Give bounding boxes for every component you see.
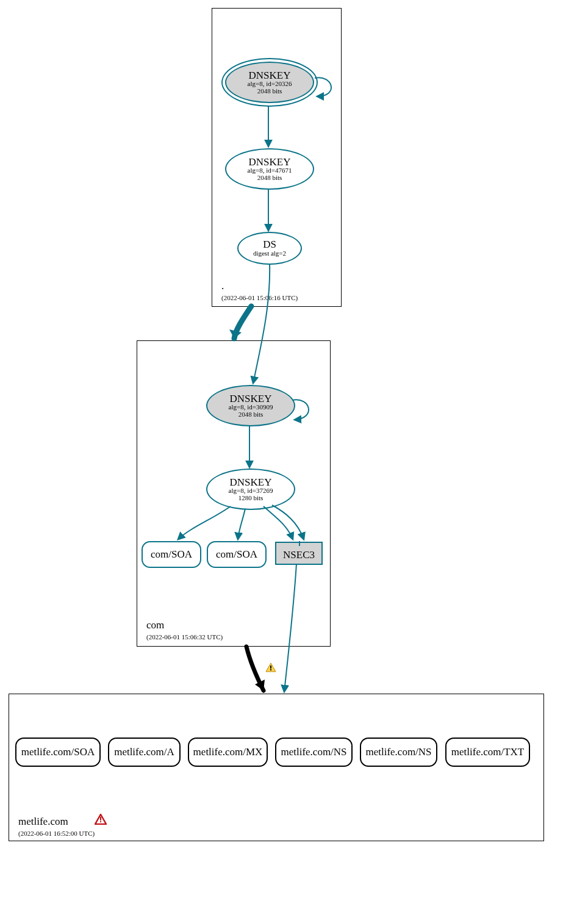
zone-leaf-name: metlife.com <box>18 816 68 828</box>
root-ds-sub1: digest alg=2 <box>253 250 286 257</box>
svg-marker-0 <box>266 663 276 672</box>
root-ksk-sub2: 2048 bits <box>257 88 282 95</box>
com-zsk-sub2: 1280 bits <box>238 495 264 502</box>
edge-com-leaf-deleg <box>246 647 264 691</box>
zone-leaf-ts: (2022-06-01 16:52:00 UTC) <box>18 830 95 837</box>
com-nsec3-label: NSEC3 <box>283 549 315 561</box>
com-nsec3[interactable]: NSEC3 <box>275 545 323 565</box>
zone-root-name: . <box>221 280 224 292</box>
zone-root-ts: (2022-06-01 15:06:16 UTC) <box>221 294 298 301</box>
com-soa-1-label: com/SOA <box>151 548 192 561</box>
leaf-ns1[interactable]: metlife.com/NS <box>275 738 353 767</box>
com-zsk[interactable]: DNSKEY alg=8, id=37269 1280 bits <box>206 468 295 510</box>
zone-leaf <box>9 694 544 841</box>
com-soa-2-label: com/SOA <box>216 548 257 561</box>
svg-rect-2 <box>270 669 271 670</box>
dnsviz-diagram: . (2022-06-01 15:06:16 UTC) DNSKEY alg=8… <box>0 0 588 901</box>
leaf-a[interactable]: metlife.com/A <box>108 738 181 767</box>
com-zsk-title: DNSKEY <box>230 477 272 488</box>
root-ds-title: DS <box>263 239 276 250</box>
svg-rect-5 <box>100 821 101 822</box>
com-soa-1[interactable]: com/SOA <box>142 541 201 568</box>
edge-root-com-deleg <box>234 306 251 339</box>
leaf-mx[interactable]: metlife.com/MX <box>188 738 268 767</box>
root-ksk[interactable]: DNSKEY alg=8, id=20326 2048 bits <box>225 62 314 103</box>
svg-marker-3 <box>95 814 106 824</box>
svg-rect-1 <box>270 666 271 669</box>
com-ksk-sub2: 2048 bits <box>238 411 264 418</box>
svg-marker-7 <box>255 680 265 691</box>
leaf-ns1-label: metlife.com/NS <box>281 746 346 758</box>
root-zsk[interactable]: DNSKEY alg=8, id=47671 2048 bits <box>225 148 314 190</box>
com-ksk[interactable]: DNSKEY alg=8, id=30909 2048 bits <box>206 385 295 426</box>
root-zsk-title: DNSKEY <box>249 157 291 168</box>
warning-icon <box>265 662 276 672</box>
root-ksk-title: DNSKEY <box>249 70 291 81</box>
leaf-soa-label: metlife.com/SOA <box>21 746 95 758</box>
leaf-txt[interactable]: metlife.com/TXT <box>445 738 530 767</box>
leaf-txt-label: metlife.com/TXT <box>451 746 524 758</box>
leaf-a-label: metlife.com/A <box>114 746 174 758</box>
leaf-mx-label: metlife.com/MX <box>193 746 263 758</box>
svg-rect-4 <box>100 817 101 820</box>
zone-com-name: com <box>146 619 164 631</box>
com-soa-2[interactable]: com/SOA <box>207 541 267 568</box>
leaf-ns2-label: metlife.com/NS <box>365 746 431 758</box>
svg-marker-6 <box>229 329 242 339</box>
error-icon <box>95 814 106 824</box>
leaf-ns2[interactable]: metlife.com/NS <box>360 738 437 767</box>
com-ksk-title: DNSKEY <box>230 393 272 404</box>
zone-com-ts: (2022-06-01 15:06:32 UTC) <box>146 633 223 641</box>
root-zsk-sub2: 2048 bits <box>257 174 282 182</box>
leaf-soa[interactable]: metlife.com/SOA <box>15 738 101 767</box>
root-ds[interactable]: DS digest alg=2 <box>237 232 302 265</box>
